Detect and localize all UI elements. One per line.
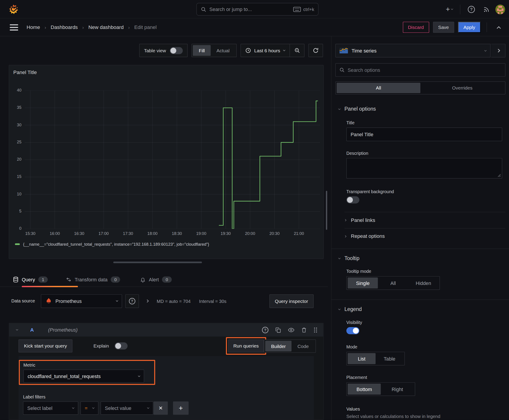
panel-links-section[interactable]: Panel links: [344, 212, 505, 228]
y-tick-label: 20: [9, 157, 21, 162]
time-range-picker[interactable]: Last 6 hours: [241, 48, 290, 53]
datasource-bar: Data source Prometheus ? MD = auto = 704…: [0, 294, 328, 308]
metric-annotation: Metric cloudflared_tunnel_total_requests: [19, 360, 155, 385]
tooltip-hidden-option[interactable]: Hidden: [408, 278, 439, 289]
legend-table-option[interactable]: Table: [376, 353, 403, 364]
kickstart-query-button[interactable]: Kick start your query: [18, 339, 72, 352]
breadcrumb-dashboards[interactable]: Dashboards: [51, 24, 78, 30]
editor-tabs: Query 1 Transform data 0 Alert: [0, 273, 328, 287]
tab-query[interactable]: Query 1: [13, 273, 48, 286]
datasource-picker[interactable]: Prometheus: [41, 294, 122, 308]
series-label[interactable]: {__name__="cloudflared_tunnel_total_requ…: [23, 242, 209, 247]
visualization-picker[interactable]: Time series: [335, 44, 490, 57]
legend-visibility-toggle[interactable]: [346, 327, 359, 334]
breadcrumb-home[interactable]: Home: [27, 24, 40, 30]
explain-toggle[interactable]: [114, 342, 128, 350]
remove-filter-button[interactable]: ✕: [153, 401, 168, 415]
operator-dropdown[interactable]: =: [81, 401, 99, 415]
select-value-dropdown[interactable]: Select value: [100, 401, 153, 415]
datasource-label: Data source: [11, 299, 35, 304]
label-filters-label: Label filters: [23, 395, 46, 400]
legend-placement-switch: Bottom Right: [346, 382, 415, 396]
tab-all[interactable]: All: [337, 83, 420, 93]
panel-title[interactable]: Panel Title: [13, 69, 37, 75]
panel-options-header[interactable]: Panel options: [339, 106, 509, 112]
description-textarea[interactable]: [346, 158, 502, 178]
table-view-toggle[interactable]: [170, 47, 183, 54]
pane-resize-handle[interactable]: [113, 262, 202, 263]
chevron-right-icon[interactable]: [146, 299, 149, 302]
description-label: Description: [346, 151, 509, 156]
hamburger-menu-icon[interactable]: [10, 24, 18, 30]
title-label: Title: [346, 120, 509, 125]
divider: [460, 5, 460, 14]
repeat-options-section[interactable]: Repeat options: [344, 228, 505, 244]
grafana-logo-icon[interactable]: [8, 4, 18, 15]
max-datapoints-stat[interactable]: MD = auto = 704: [157, 298, 190, 304]
options-search[interactable]: [335, 63, 505, 76]
metric-select[interactable]: cloudflared_tunnel_total_requests: [23, 369, 144, 382]
drag-handle-icon[interactable]: [313, 327, 317, 333]
global-search-input[interactable]: Search or jump to... ctrl+k: [196, 3, 319, 15]
y-tick-label: 30: [9, 122, 21, 127]
add-filter-button[interactable]: +: [173, 401, 189, 415]
tab-overrides[interactable]: Overrides: [420, 83, 504, 93]
legend-list-option[interactable]: List: [348, 353, 375, 364]
chevron-right-icon: [344, 219, 346, 221]
legend-header[interactable]: Legend: [339, 306, 509, 312]
visibility-label: Visibility: [346, 320, 509, 325]
legend-bottom-option[interactable]: Bottom: [348, 384, 381, 395]
builder-option[interactable]: Builder: [265, 341, 291, 352]
collapse-editor-button[interactable]: [493, 21, 504, 33]
time-series-chart[interactable]: [25, 91, 320, 229]
vertical-scrollbar[interactable]: [326, 191, 327, 230]
operator-value: =: [85, 405, 89, 411]
select-label-dropdown[interactable]: Select label: [23, 401, 78, 415]
tooltip-single-option[interactable]: Single: [348, 278, 378, 289]
zoom-out-button[interactable]: [290, 44, 304, 57]
interval-stat[interactable]: Interval = 30s: [199, 298, 227, 304]
query-row-header[interactable]: A (Prometheus) ?: [9, 323, 323, 337]
avatar[interactable]: [495, 5, 505, 14]
help-button[interactable]: ?: [465, 3, 477, 15]
legend-values-label: Values: [346, 406, 509, 412]
options-search-input[interactable]: [348, 67, 501, 73]
code-option[interactable]: Code: [291, 341, 314, 352]
news-button[interactable]: [480, 3, 492, 15]
help-icon: ?: [468, 6, 475, 13]
resize-handle-icon[interactable]: [497, 174, 501, 177]
trash-icon[interactable]: [301, 327, 307, 333]
x-tick-label: 19:30: [218, 231, 234, 236]
datasource-help-button[interactable]: ?: [125, 294, 139, 308]
save-button[interactable]: Save: [433, 22, 454, 33]
run-queries-button[interactable]: Run queries: [228, 339, 264, 352]
eye-icon[interactable]: [288, 327, 295, 332]
tooltip-all-option[interactable]: All: [378, 278, 408, 289]
query-help-icon[interactable]: ?: [262, 327, 268, 333]
duplicate-icon[interactable]: [275, 327, 281, 333]
discard-button[interactable]: Discard: [403, 22, 429, 33]
actual-option[interactable]: Actual: [211, 45, 236, 56]
apply-button[interactable]: Apply: [458, 22, 481, 33]
tab-query-count: 1: [38, 276, 48, 283]
tab-transform-data[interactable]: Transform data 0: [66, 273, 120, 286]
builder-code-switch: Builder Code: [264, 339, 316, 353]
run-queries-annotation: Run queries: [226, 337, 266, 355]
chevron-right-icon: [344, 235, 346, 237]
legend-right-option[interactable]: Right: [381, 384, 414, 395]
toggle-options-pane-button[interactable]: [491, 44, 505, 57]
refresh-button[interactable]: [308, 44, 323, 57]
time-range-label: Last 6 hours: [254, 48, 280, 53]
x-tick-label: 21:00: [291, 231, 307, 236]
query-inspector-button[interactable]: Query inspector: [269, 294, 313, 308]
top-nav: Search or jump to... ctrl+k + ?: [0, 0, 509, 18]
panel-title-input[interactable]: [346, 128, 502, 141]
add-new-button[interactable]: +: [444, 3, 455, 15]
tooltip-header[interactable]: Tooltip: [339, 255, 509, 261]
series-color-pill[interactable]: [15, 243, 20, 245]
x-tick-label: 15:30: [22, 231, 38, 236]
tab-alert[interactable]: Alert 0: [140, 273, 172, 286]
breadcrumb-new-dashboard[interactable]: New dashboard: [88, 24, 124, 30]
fill-option[interactable]: Fill: [193, 45, 211, 56]
transparent-background-toggle[interactable]: [346, 196, 359, 203]
